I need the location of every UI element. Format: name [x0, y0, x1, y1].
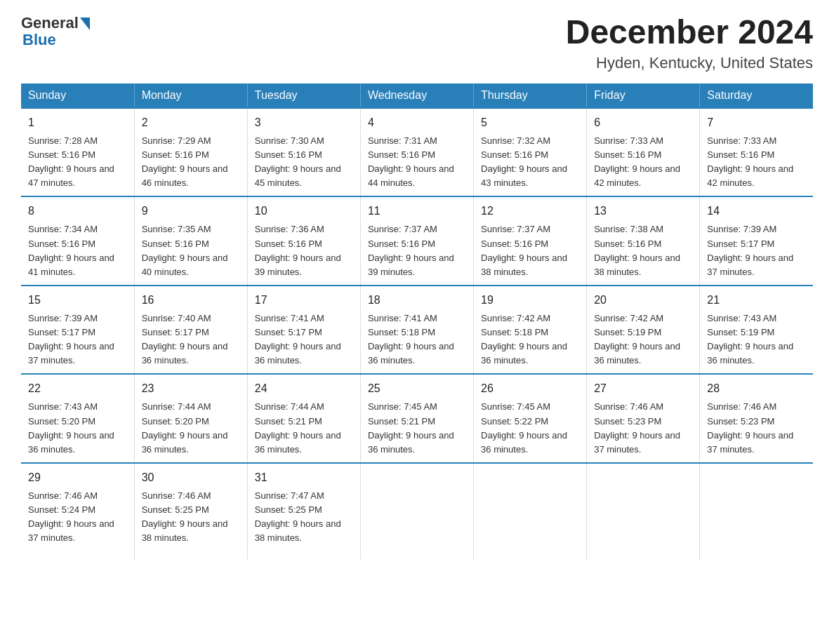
calendar-day-cell: 3 Sunrise: 7:30 AM Sunset: 5:16 PM Dayli… [247, 108, 360, 197]
day-of-week-thursday: Thursday [474, 83, 587, 108]
calendar-day-cell: 29 Sunrise: 7:46 AM Sunset: 5:24 PM Dayl… [21, 463, 134, 560]
day-info: Sunrise: 7:46 AM Sunset: 5:24 PM Dayligh… [28, 489, 127, 546]
calendar-week-row: 22 Sunrise: 7:43 AM Sunset: 5:20 PM Dayl… [21, 374, 813, 463]
day-info: Sunrise: 7:46 AM Sunset: 5:23 PM Dayligh… [594, 400, 692, 457]
day-number: 27 [594, 380, 692, 397]
day-number: 29 [28, 469, 127, 486]
calendar-day-cell: 28 Sunrise: 7:46 AM Sunset: 5:23 PM Dayl… [700, 374, 813, 463]
title-section: December 2024 Hyden, Kentucky, United St… [566, 14, 813, 72]
day-number: 23 [142, 380, 240, 397]
day-number: 19 [481, 292, 579, 309]
day-number: 24 [255, 380, 353, 397]
calendar-day-cell: 27 Sunrise: 7:46 AM Sunset: 5:23 PM Dayl… [587, 374, 700, 463]
day-info: Sunrise: 7:40 AM Sunset: 5:17 PM Dayligh… [142, 311, 240, 368]
day-number: 25 [368, 380, 466, 397]
calendar-day-cell: 24 Sunrise: 7:44 AM Sunset: 5:21 PM Dayl… [247, 374, 360, 463]
calendar-day-cell: 21 Sunrise: 7:43 AM Sunset: 5:19 PM Dayl… [700, 286, 813, 375]
calendar-day-cell [474, 463, 587, 560]
day-info: Sunrise: 7:32 AM Sunset: 5:16 PM Dayligh… [481, 134, 579, 191]
day-info: Sunrise: 7:36 AM Sunset: 5:16 PM Dayligh… [255, 222, 353, 279]
calendar-day-cell: 13 Sunrise: 7:38 AM Sunset: 5:16 PM Dayl… [587, 196, 700, 286]
calendar-day-cell: 16 Sunrise: 7:40 AM Sunset: 5:17 PM Dayl… [134, 286, 247, 375]
day-of-week-saturday: Saturday [700, 83, 813, 108]
day-number: 16 [142, 292, 240, 309]
calendar-day-cell [587, 463, 700, 560]
day-info: Sunrise: 7:33 AM Sunset: 5:16 PM Dayligh… [707, 134, 806, 191]
calendar-header-row: SundayMondayTuesdayWednesdayThursdayFrid… [21, 83, 813, 108]
day-info: Sunrise: 7:45 AM Sunset: 5:22 PM Dayligh… [481, 400, 579, 457]
calendar-table: SundayMondayTuesdayWednesdayThursdayFrid… [21, 83, 813, 560]
day-info: Sunrise: 7:31 AM Sunset: 5:16 PM Dayligh… [368, 134, 466, 191]
day-number: 15 [28, 292, 127, 309]
calendar-week-row: 1 Sunrise: 7:28 AM Sunset: 5:16 PM Dayli… [21, 108, 813, 197]
calendar-day-cell [360, 463, 473, 560]
day-number: 18 [368, 292, 466, 309]
day-number: 20 [594, 292, 692, 309]
day-of-week-wednesday: Wednesday [360, 83, 473, 108]
day-info: Sunrise: 7:42 AM Sunset: 5:18 PM Dayligh… [481, 311, 579, 368]
day-info: Sunrise: 7:46 AM Sunset: 5:25 PM Dayligh… [142, 489, 240, 546]
calendar-day-cell: 22 Sunrise: 7:43 AM Sunset: 5:20 PM Dayl… [21, 374, 134, 463]
day-number: 13 [594, 203, 692, 220]
day-info: Sunrise: 7:35 AM Sunset: 5:16 PM Dayligh… [142, 222, 240, 279]
calendar-week-row: 15 Sunrise: 7:39 AM Sunset: 5:17 PM Dayl… [21, 286, 813, 375]
day-number: 30 [142, 469, 240, 486]
day-number: 10 [255, 203, 353, 220]
location-title: Hyden, Kentucky, United States [566, 54, 813, 72]
calendar-day-cell: 2 Sunrise: 7:29 AM Sunset: 5:16 PM Dayli… [134, 108, 247, 197]
day-number: 9 [142, 203, 240, 220]
day-info: Sunrise: 7:41 AM Sunset: 5:17 PM Dayligh… [255, 311, 353, 368]
calendar-day-cell: 19 Sunrise: 7:42 AM Sunset: 5:18 PM Dayl… [474, 286, 587, 375]
day-info: Sunrise: 7:47 AM Sunset: 5:25 PM Dayligh… [255, 489, 353, 546]
day-number: 21 [707, 292, 806, 309]
calendar-day-cell: 12 Sunrise: 7:37 AM Sunset: 5:16 PM Dayl… [474, 196, 587, 286]
day-of-week-monday: Monday [134, 83, 247, 108]
day-info: Sunrise: 7:43 AM Sunset: 5:20 PM Dayligh… [28, 400, 127, 457]
day-info: Sunrise: 7:43 AM Sunset: 5:19 PM Dayligh… [707, 311, 806, 368]
day-info: Sunrise: 7:39 AM Sunset: 5:17 PM Dayligh… [707, 222, 806, 279]
day-info: Sunrise: 7:29 AM Sunset: 5:16 PM Dayligh… [142, 134, 240, 191]
calendar-day-cell: 7 Sunrise: 7:33 AM Sunset: 5:16 PM Dayli… [700, 108, 813, 197]
calendar-day-cell: 5 Sunrise: 7:32 AM Sunset: 5:16 PM Dayli… [474, 108, 587, 197]
calendar-day-cell: 20 Sunrise: 7:42 AM Sunset: 5:19 PM Dayl… [587, 286, 700, 375]
day-info: Sunrise: 7:38 AM Sunset: 5:16 PM Dayligh… [594, 222, 692, 279]
calendar-week-row: 8 Sunrise: 7:34 AM Sunset: 5:16 PM Dayli… [21, 196, 813, 286]
day-number: 5 [481, 114, 579, 131]
calendar-day-cell: 26 Sunrise: 7:45 AM Sunset: 5:22 PM Dayl… [474, 374, 587, 463]
day-number: 1 [28, 114, 127, 131]
calendar-week-row: 29 Sunrise: 7:46 AM Sunset: 5:24 PM Dayl… [21, 463, 813, 560]
day-of-week-sunday: Sunday [21, 83, 134, 108]
calendar-day-cell: 1 Sunrise: 7:28 AM Sunset: 5:16 PM Dayli… [21, 108, 134, 197]
day-info: Sunrise: 7:44 AM Sunset: 5:20 PM Dayligh… [142, 400, 240, 457]
day-number: 2 [142, 114, 240, 131]
calendar-day-cell: 10 Sunrise: 7:36 AM Sunset: 5:16 PM Dayl… [247, 196, 360, 286]
day-number: 26 [481, 380, 579, 397]
logo-arrow-icon [80, 18, 90, 30]
day-info: Sunrise: 7:41 AM Sunset: 5:18 PM Dayligh… [368, 311, 466, 368]
calendar-day-cell: 31 Sunrise: 7:47 AM Sunset: 5:25 PM Dayl… [247, 463, 360, 560]
calendar-day-cell: 25 Sunrise: 7:45 AM Sunset: 5:21 PM Dayl… [360, 374, 473, 463]
day-number: 8 [28, 203, 127, 220]
day-info: Sunrise: 7:39 AM Sunset: 5:17 PM Dayligh… [28, 311, 127, 368]
day-of-week-tuesday: Tuesday [247, 83, 360, 108]
day-info: Sunrise: 7:37 AM Sunset: 5:16 PM Dayligh… [481, 222, 579, 279]
day-info: Sunrise: 7:45 AM Sunset: 5:21 PM Dayligh… [368, 400, 466, 457]
day-info: Sunrise: 7:37 AM Sunset: 5:16 PM Dayligh… [368, 222, 466, 279]
day-number: 28 [707, 380, 806, 397]
calendar-day-cell: 4 Sunrise: 7:31 AM Sunset: 5:16 PM Dayli… [360, 108, 473, 197]
day-number: 17 [255, 292, 353, 309]
calendar-day-cell: 9 Sunrise: 7:35 AM Sunset: 5:16 PM Dayli… [134, 196, 247, 286]
day-of-week-friday: Friday [587, 83, 700, 108]
day-info: Sunrise: 7:46 AM Sunset: 5:23 PM Dayligh… [707, 400, 806, 457]
day-info: Sunrise: 7:44 AM Sunset: 5:21 PM Dayligh… [255, 400, 353, 457]
day-number: 7 [707, 114, 806, 131]
calendar-day-cell: 6 Sunrise: 7:33 AM Sunset: 5:16 PM Dayli… [587, 108, 700, 197]
calendar-day-cell: 17 Sunrise: 7:41 AM Sunset: 5:17 PM Dayl… [247, 286, 360, 375]
calendar-day-cell: 30 Sunrise: 7:46 AM Sunset: 5:25 PM Dayl… [134, 463, 247, 560]
day-number: 31 [255, 469, 353, 486]
page-header: General Blue December 2024 Hyden, Kentuc… [21, 14, 813, 72]
day-number: 22 [28, 380, 127, 397]
day-info: Sunrise: 7:42 AM Sunset: 5:19 PM Dayligh… [594, 311, 692, 368]
month-title: December 2024 [566, 14, 813, 51]
day-number: 3 [255, 114, 353, 131]
